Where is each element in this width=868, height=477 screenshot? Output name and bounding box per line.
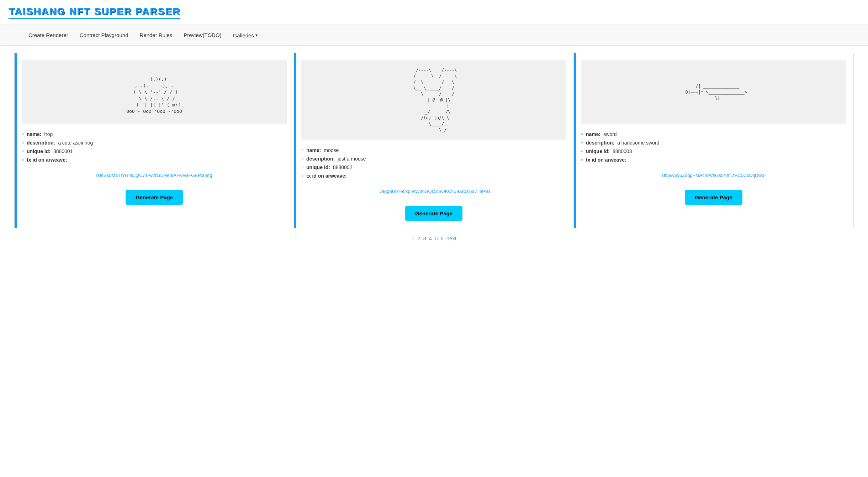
meta-name-moose: name: moose xyxy=(301,147,566,153)
tx-link-moose[interactable]: _UIggaU07e0xpIvIWimGQQZSOKCf-J9Ar0X6a7_e… xyxy=(377,189,491,194)
meta-tx-moose: tx id on arweave: xyxy=(301,173,566,179)
meta-description-moose: description: just a moose xyxy=(301,156,566,162)
ascii-art-frog: _ _ (.)(.) ,-.(.____.),-. ( \ \ '--' / /… xyxy=(22,60,287,124)
nav-item-preview[interactable]: Preview(TODO) xyxy=(184,32,221,38)
meta-list-frog: name: frog description: a cute ascii fro… xyxy=(22,131,287,166)
nav-item-galleries[interactable]: Galleries xyxy=(233,32,258,38)
meta-name-frog: name: frog xyxy=(22,131,287,137)
meta-id-sword: unique id: 8880003 xyxy=(581,148,846,154)
meta-description-frog: description: a cute ascii frog xyxy=(22,140,287,146)
page-2[interactable]: 2 xyxy=(417,235,420,241)
site-title: TAISHANG NFT SUPER PARSER xyxy=(9,6,180,19)
page-4[interactable]: 4 xyxy=(429,235,432,241)
meta-list-moose: name: moose description: just a moose un… xyxy=(301,147,566,182)
generate-button-moose[interactable]: Generate Page xyxy=(405,206,462,221)
generate-button-frog[interactable]: Generate Page xyxy=(126,190,183,205)
card-frog: _ _ (.)(.) ,-.(.____.),-. ( \ \ '--' / /… xyxy=(15,53,294,228)
navigation: Create Renderer Contract Playground Rend… xyxy=(0,25,868,46)
page-1[interactable]: 1 xyxy=(412,235,414,241)
tx-link-frog[interactable]: rUcSsdMaTIYR4sJQU7T-w2rGDReI8AHVvBFGEPx6… xyxy=(96,173,212,178)
page-next[interactable]: next xyxy=(446,235,456,241)
meta-tx-sword: tx id on arweave: xyxy=(581,157,846,163)
tx-link-sword[interactable]: sfbwASy6ZoggFMAcn9VsGs5YIn1tVC0CxDqDwb- xyxy=(661,173,766,178)
page-6[interactable]: 6 xyxy=(441,235,444,241)
card-accent-moose xyxy=(294,53,296,228)
cards-grid: _ _ (.)(.) ,-.(.____.),-. ( \ \ '--' / /… xyxy=(14,53,854,228)
generate-button-sword[interactable]: Generate Page xyxy=(685,190,742,205)
nav-item-contract-playground[interactable]: Contract Playground xyxy=(80,32,128,38)
card-accent-sword xyxy=(574,53,576,228)
meta-id-frog: unique id: 8880001 xyxy=(22,148,287,154)
meta-name-sword: name: sword xyxy=(581,131,846,137)
meta-tx-frog: tx id on arweave: xyxy=(22,157,287,163)
nav-item-create-renderer[interactable]: Create Renderer xyxy=(28,32,68,38)
ascii-art-sword: /| ______________ 0|===|* >_____________… xyxy=(581,60,846,124)
page-5[interactable]: 5 xyxy=(435,235,438,241)
header: TAISHANG NFT SUPER PARSER xyxy=(0,0,868,25)
pagination: 1 2 3 4 5 6 next xyxy=(14,228,854,248)
ascii-art-moose: /----\ /----\ / \ / \ / \ / \ \__ \_____… xyxy=(301,60,566,140)
nav-item-render-rules[interactable]: Render Rules xyxy=(139,32,172,38)
card-accent-frog xyxy=(15,53,17,228)
page-3[interactable]: 3 xyxy=(423,235,426,241)
card-moose: /----\ /----\ / \ / \ / \ / \ \__ \_____… xyxy=(294,53,574,228)
main-content: _ _ (.)(.) ,-.(.____.),-. ( \ \ '--' / /… xyxy=(0,46,868,256)
meta-description-sword: description: a handsome sword xyxy=(581,140,846,146)
meta-id-moose: unique id: 8880002 xyxy=(301,164,566,170)
card-sword: /| ______________ 0|===|* >_____________… xyxy=(574,53,853,228)
meta-list-sword: name: sword description: a handsome swor… xyxy=(581,131,846,166)
